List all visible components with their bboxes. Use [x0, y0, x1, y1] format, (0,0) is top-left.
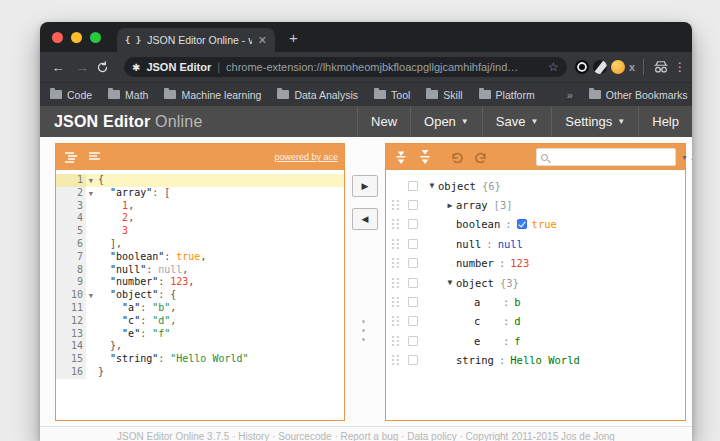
tree-field[interactable]: null — [456, 238, 481, 250]
expander-expanded-icon[interactable]: ▼ — [444, 278, 456, 287]
tree-field[interactable]: object — [456, 277, 494, 289]
code-line[interactable]: 9 "number": 123, — [56, 276, 344, 289]
code-line[interactable]: 10▼ "object": { — [56, 289, 344, 302]
forward-icon[interactable]: → — [72, 60, 92, 75]
tree-value-string[interactable]: b — [514, 296, 520, 308]
extension-icon-1[interactable] — [575, 60, 589, 74]
row-checkbox[interactable] — [408, 355, 418, 365]
reload-icon[interactable] — [96, 61, 116, 74]
code-line[interactable]: 16} — [56, 366, 344, 379]
row-checkbox[interactable] — [408, 181, 418, 191]
menu-settings-button[interactable]: Settings▼ — [551, 106, 638, 137]
row-checkbox[interactable] — [408, 278, 418, 288]
compact-json-icon[interactable] — [86, 148, 104, 166]
fold-toggle-icon[interactable]: ▼ — [89, 175, 93, 188]
panel-splitter-handle[interactable] — [362, 320, 365, 341]
code-line[interactable]: 2▼ "array": [ — [56, 187, 344, 200]
bookmark-folder[interactable]: Machine learning — [164, 89, 261, 101]
code-line[interactable]: 3 1, — [56, 200, 344, 213]
code-line[interactable]: 7 "boolean": true, — [56, 251, 344, 264]
code-line[interactable]: 6 ], — [56, 238, 344, 251]
row-checkbox[interactable] — [408, 316, 418, 326]
format-json-icon[interactable] — [62, 148, 80, 166]
extension-icon-2[interactable] — [593, 60, 607, 74]
bookmark-folder[interactable]: Math — [108, 89, 148, 101]
row-checkbox[interactable] — [408, 336, 418, 346]
tree-field[interactable]: string — [456, 354, 494, 366]
code-line[interactable]: 15 "string": "Hello World" — [56, 353, 344, 366]
bookmark-star-icon[interactable]: ☆ — [548, 60, 559, 74]
address-bar[interactable]: ✱ JSON Editor | chrome-extension://lhkmo… — [124, 57, 567, 77]
menu-open-button[interactable]: Open▼ — [410, 106, 482, 137]
code-line[interactable]: 13 "e": "f" — [56, 328, 344, 341]
drag-handle-icon[interactable] — [392, 336, 402, 346]
code-line[interactable]: 14 }, — [56, 340, 344, 353]
bookmark-folder[interactable]: Data Analysis — [277, 89, 358, 101]
bookmark-folder[interactable]: Tool — [374, 89, 410, 101]
back-icon[interactable]: ← — [48, 60, 68, 75]
drag-handle-icon[interactable] — [392, 297, 402, 307]
tree-field[interactable]: a — [474, 296, 498, 308]
fold-toggle-icon[interactable]: ▼ — [89, 290, 93, 303]
powered-by-ace-link[interactable]: powered by ace — [274, 152, 338, 162]
tree-value-null[interactable]: null — [498, 238, 523, 250]
bookmark-folder[interactable]: Platform — [479, 89, 535, 101]
tree-field[interactable]: c — [474, 315, 498, 327]
menu-help-button[interactable]: Help — [638, 106, 692, 137]
tree-value-string[interactable]: d — [514, 315, 520, 327]
tree-field[interactable]: number — [456, 257, 494, 269]
collapse-all-icon[interactable] — [416, 148, 434, 166]
drag-handle-icon[interactable] — [392, 239, 402, 249]
zoom-window-button[interactable] — [90, 32, 101, 43]
boolean-checkbox[interactable] — [517, 219, 527, 229]
minimize-window-button[interactable] — [71, 32, 82, 43]
new-tab-button[interactable]: + — [289, 29, 298, 46]
tree-value-number[interactable]: 123 — [510, 257, 529, 269]
tree-field[interactable]: object — [438, 180, 476, 192]
redo-icon[interactable] — [472, 148, 490, 166]
code-line[interactable]: 8 "null": null, — [56, 264, 344, 277]
tab-close-icon[interactable]: ✕ — [258, 34, 267, 47]
row-checkbox[interactable] — [408, 297, 418, 307]
code-line[interactable]: 5 3 — [56, 225, 344, 238]
menu-save-button[interactable]: Save▼ — [482, 106, 552, 137]
drag-handle-icon[interactable] — [392, 355, 402, 365]
tree-field[interactable]: boolean — [456, 218, 500, 230]
row-checkbox[interactable] — [408, 239, 418, 249]
bookmark-folder[interactable]: Skill — [426, 89, 462, 101]
row-checkbox[interactable] — [408, 258, 418, 268]
code-line[interactable]: 12 "c": "d", — [56, 315, 344, 328]
drag-handle-icon[interactable] — [392, 278, 402, 288]
other-bookmarks-folder[interactable]: Other Bookmarks — [589, 89, 688, 101]
code-line[interactable]: 11 "a": "b", — [56, 302, 344, 315]
tree-field[interactable]: array — [456, 199, 488, 211]
drag-handle-icon[interactable] — [392, 200, 402, 210]
drag-handle-icon[interactable] — [392, 219, 402, 229]
search-previous-icon[interactable]: ▲ — [689, 154, 692, 161]
tree-value-boolean[interactable]: true — [517, 218, 557, 230]
ace-code-editor[interactable]: 1▼{2▼ "array": [3 1,4 2,5 36 ],7 "boolea… — [56, 170, 344, 379]
copy-code-to-tree-button[interactable]: ▶ — [352, 175, 378, 197]
expand-all-icon[interactable] — [392, 148, 410, 166]
search-next-icon[interactable]: ▼ — [680, 154, 689, 161]
chrome-menu-icon[interactable]: ⋮ — [674, 60, 684, 74]
tree-value-string[interactable]: Hello World — [510, 354, 580, 366]
extension-icon-3[interactable] — [611, 60, 625, 74]
code-line[interactable]: 4 2, — [56, 212, 344, 225]
expander-expanded-icon[interactable]: ▼ — [426, 181, 438, 190]
search-input[interactable] — [548, 150, 680, 164]
fold-toggle-icon[interactable]: ▼ — [89, 188, 93, 201]
bookmark-folder[interactable]: Code — [50, 89, 92, 101]
tree-field[interactable]: e — [474, 335, 498, 347]
drag-handle-icon[interactable] — [392, 258, 402, 268]
browser-tab[interactable]: { } JSON Editor Online - view, edi ✕ — [117, 28, 275, 52]
extension-icon-disabled[interactable]: x — [629, 60, 635, 74]
row-checkbox[interactable] — [408, 200, 418, 210]
tree-value-string[interactable]: f — [514, 335, 520, 347]
undo-icon[interactable] — [448, 148, 466, 166]
menu-new-button[interactable]: New — [357, 106, 410, 137]
bookmarks-overflow-chevron[interactable]: » — [567, 89, 573, 101]
copy-tree-to-code-button[interactable]: ◀ — [352, 208, 378, 230]
drag-handle-icon[interactable] — [392, 316, 402, 326]
expander-collapsed-icon[interactable]: ▶ — [444, 201, 456, 210]
